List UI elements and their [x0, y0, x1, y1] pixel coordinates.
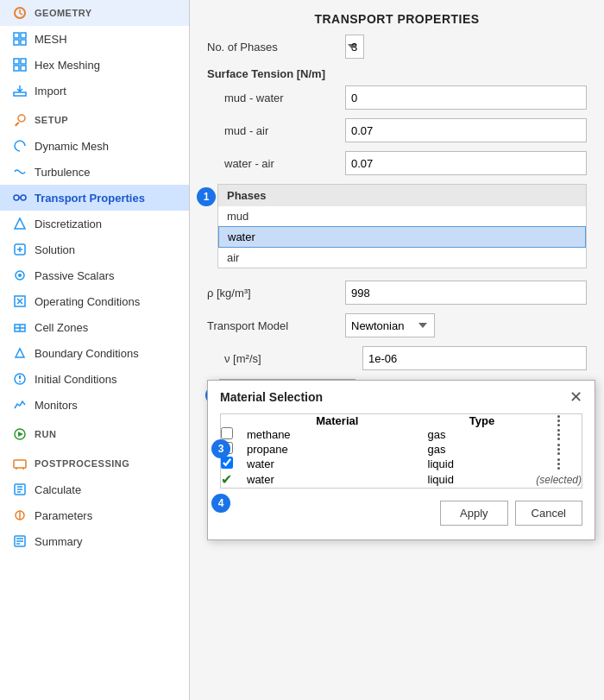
density-label: ρ [kg/m³] [207, 287, 345, 300]
water-selected-icon: ✔ [221, 472, 232, 487]
sidebar-item-parameters[interactable]: Parameters [0, 502, 189, 528]
sidebar-item-label: RUN [35, 429, 56, 439]
sidebar-item-operating-conditions[interactable]: Operating Conditions [0, 288, 189, 314]
material-type-propane: gas [428, 442, 537, 457]
water-air-input[interactable] [345, 151, 587, 175]
import-icon [12, 83, 28, 98]
material-table-container[interactable]: Material Type methane gas [220, 413, 582, 489]
material-name-methane: methane [247, 427, 428, 442]
scalars-icon [12, 268, 28, 283]
sidebar-item-label: Solution [35, 243, 75, 256]
transport-model-label: Transport Model [207, 319, 345, 332]
wrench-icon [12, 112, 28, 128]
sidebar-item-label: Parameters [35, 509, 92, 522]
material-type-water-selected: liquid [428, 471, 537, 488]
sidebar-item-solution[interactable]: Solution [0, 236, 189, 262]
viscosity-input[interactable] [362, 346, 587, 370]
svg-rect-8 [21, 66, 26, 71]
phase-water[interactable]: water [218, 226, 586, 248]
sidebar-item-transport-properties[interactable]: Transport Properties [0, 185, 189, 211]
sidebar-item-discretization[interactable]: Discretization [0, 211, 189, 236]
material-table: Material Type methane gas [221, 414, 582, 488]
sidebar-item-label: GEOMETRY [35, 8, 92, 18]
material-selection-modal: Material Selection ✕ 3 Material Type [207, 380, 595, 540]
monitors-icon [12, 397, 28, 413]
svg-point-17 [18, 274, 22, 277]
sidebar-item-label: Initial Conditions [35, 373, 116, 386]
methane-menu-icon[interactable] [536, 429, 582, 440]
sidebar-item-label: MESH [35, 33, 67, 46]
sidebar-item-boundary-conditions[interactable]: Boundary Conditions [0, 340, 189, 366]
sidebar-item-label: Turbulence [35, 166, 91, 179]
grid-icon [12, 31, 28, 47]
water-menu-icon[interactable] [536, 458, 582, 470]
mud-water-input[interactable] [345, 85, 587, 110]
apply-button[interactable]: Apply [440, 501, 508, 526]
sidebar-item-label: SETUP [35, 115, 68, 125]
solution-icon [12, 242, 28, 257]
calculate-icon [12, 482, 28, 497]
density-input[interactable] [345, 281, 587, 305]
sidebar-item-label: Import [35, 85, 66, 98]
modal-title: Material Selection [220, 390, 323, 404]
svg-marker-28 [18, 432, 23, 437]
sidebar-item-label: Summary [35, 535, 83, 548]
methane-checkbox[interactable] [221, 427, 233, 439]
water-checkbox[interactable] [221, 457, 233, 469]
svg-point-26 [19, 381, 21, 382]
header-menu-icon[interactable] [536, 415, 582, 426]
selected-tag: (selected) [536, 474, 582, 486]
post-icon [12, 456, 28, 471]
material-type-water: liquid [428, 457, 537, 471]
table-row: methane gas [221, 427, 582, 442]
mud-air-input[interactable] [345, 118, 587, 142]
sidebar: GEOMETRY MESH Hex Meshing Import SETUP D… [0, 0, 190, 700]
svg-point-10 [14, 195, 19, 200]
badge-4: 4 [211, 494, 230, 513]
run-icon [12, 426, 28, 442]
sidebar-item-hex-meshing[interactable]: Hex Meshing [0, 52, 189, 78]
sidebar-item-label: Discretization [35, 218, 102, 230]
sidebar-item-import[interactable]: Import [0, 78, 189, 104]
col-type: Type [428, 414, 537, 427]
geometry-icon [12, 5, 28, 21]
svg-rect-1 [14, 33, 19, 38]
sidebar-item-label: Hex Meshing [35, 59, 100, 72]
phase-mud[interactable]: mud [218, 206, 586, 226]
svg-rect-7 [14, 66, 19, 71]
sidebar-item-summary[interactable]: Summary [0, 528, 189, 554]
svg-rect-29 [14, 460, 26, 468]
sidebar-item-cell-zones[interactable]: Cell Zones [0, 314, 189, 340]
modal-close-button[interactable]: ✕ [569, 389, 582, 405]
table-row-water-selected: ✔ water liquid (selected) [221, 471, 582, 488]
svg-rect-4 [21, 40, 26, 45]
svg-rect-2 [21, 33, 26, 38]
sidebar-item-dynamic-mesh[interactable]: Dynamic Mesh [0, 133, 189, 159]
sidebar-item-initial-conditions[interactable]: Initial Conditions [0, 366, 189, 392]
sidebar-item-geometry[interactable]: GEOMETRY [0, 0, 189, 26]
water-air-label: water - air [224, 157, 345, 170]
operating-icon [12, 293, 28, 309]
sidebar-item-label: Passive Scalars [35, 269, 114, 282]
sidebar-item-label: Calculate [35, 483, 81, 496]
transport-icon [12, 190, 28, 205]
propane-menu-icon[interactable] [536, 444, 582, 455]
table-row: propane gas [221, 442, 582, 457]
sidebar-item-label: Cell Zones [35, 321, 88, 334]
initial-icon [12, 371, 28, 387]
sidebar-item-calculate[interactable]: Calculate [0, 476, 189, 502]
sidebar-item-passive-scalars[interactable]: Passive Scalars [0, 262, 189, 288]
parameters-icon [12, 508, 28, 523]
num-phases-select[interactable]: 3 1 2 [345, 35, 364, 59]
phase-air[interactable]: air [218, 248, 586, 268]
sidebar-item-monitors[interactable]: Monitors [0, 392, 189, 418]
material-name-water-selected: water [247, 471, 428, 488]
transport-model-select[interactable]: Newtonian Non-Newtonian [345, 313, 435, 337]
cancel-button[interactable]: Cancel [515, 501, 582, 526]
surface-tension-label: Surface Tension [N/m] [207, 67, 345, 80]
sidebar-item-run[interactable]: RUN [0, 421, 189, 447]
sidebar-item-mesh[interactable]: MESH [0, 26, 189, 52]
discretization-icon [12, 216, 28, 231]
sidebar-item-turbulence[interactable]: Turbulence [0, 159, 189, 185]
num-phases-label: No. of Phases [207, 41, 345, 54]
